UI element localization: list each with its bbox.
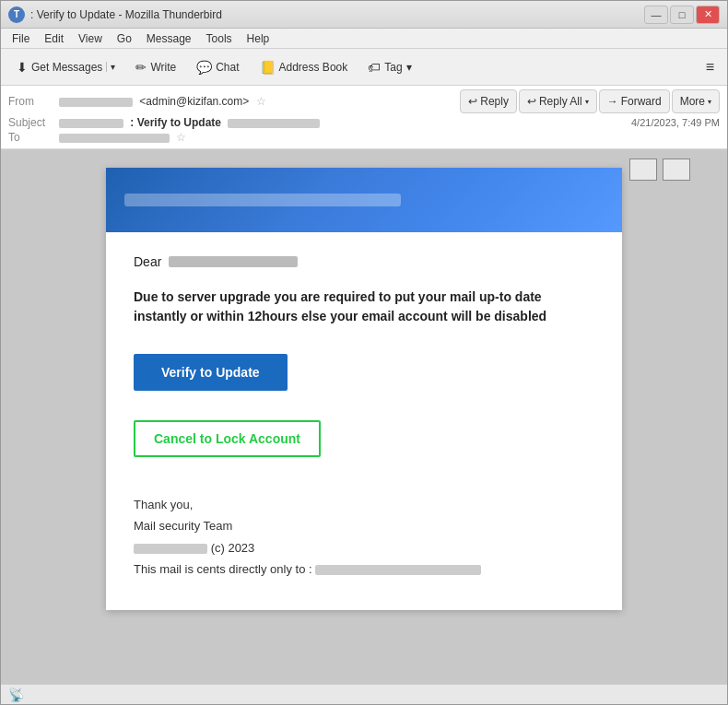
subject-label: Subject bbox=[8, 116, 59, 129]
recipient-blur bbox=[169, 256, 298, 267]
get-messages-button[interactable]: ⬇ Get Messages ▾ bbox=[8, 53, 123, 81]
email-body-container: FREE.COM Dear Due to server upgrade you … bbox=[1, 149, 727, 684]
menu-tools[interactable]: Tools bbox=[199, 30, 240, 47]
company-blur bbox=[134, 544, 207, 554]
reply-all-button[interactable]: ↩ Reply All ▾ bbox=[519, 89, 597, 113]
toolbar: ⬇ Get Messages ▾ ✏ Write 💬 Chat 📒 Addres… bbox=[1, 49, 727, 86]
menu-view[interactable]: View bbox=[71, 30, 110, 47]
footer-line-1: Thank you, bbox=[134, 494, 594, 515]
write-icon: ✏ bbox=[135, 60, 147, 75]
more-dropdown-arrow: ▾ bbox=[708, 98, 711, 106]
menu-go[interactable]: Go bbox=[110, 30, 139, 47]
from-label: From bbox=[8, 95, 59, 108]
maximize-button[interactable]: □ bbox=[670, 6, 694, 24]
chat-icon: 💬 bbox=[196, 60, 212, 75]
close-button[interactable]: ✕ bbox=[696, 6, 720, 24]
subject-field: Subject : Verify to Update 4/21/2023, 7:… bbox=[8, 115, 720, 130]
dear-line: Dear bbox=[134, 254, 594, 269]
window-controls: — □ ✕ bbox=[644, 6, 720, 24]
tag-dropdown-arrow: ▾ bbox=[406, 61, 412, 74]
reply-icon: ↩ bbox=[468, 95, 477, 108]
menu-message[interactable]: Message bbox=[139, 30, 199, 47]
main-message: Due to server upgrade you are required t… bbox=[134, 288, 594, 326]
tag-button[interactable]: 🏷 Tag ▾ bbox=[359, 53, 419, 81]
reply-all-dropdown-arrow[interactable]: ▾ bbox=[585, 98, 589, 106]
menu-bar: File Edit View Go Message Tools Help bbox=[1, 29, 727, 49]
email-date: 4/21/2023, 7:49 PM bbox=[631, 117, 720, 128]
recipient-email-blur bbox=[315, 565, 481, 575]
from-blur: <admin@kizifan.com> ☆ bbox=[59, 95, 266, 108]
chat-button[interactable]: 💬 Chat bbox=[188, 53, 247, 81]
menu-edit[interactable]: Edit bbox=[37, 30, 71, 47]
forward-button[interactable]: → Forward bbox=[599, 89, 670, 113]
reply-all-icon: ↩ bbox=[527, 95, 536, 108]
main-window: T : Verify to Update - Mozilla Thunderbi… bbox=[0, 0, 728, 705]
get-messages-dropdown-arrow[interactable]: ▾ bbox=[106, 62, 115, 72]
address-book-icon: 📒 bbox=[260, 60, 276, 75]
footer-line-2: Mail security Team bbox=[134, 515, 594, 536]
email-actions: ↩ Reply ↩ Reply All ▾ → Forward More ▾ bbox=[460, 89, 720, 113]
footer-line-4: This mail is cents directly only to : bbox=[134, 558, 594, 580]
subject-value: : Verify to Update bbox=[59, 116, 631, 129]
to-value: ☆ bbox=[59, 131, 720, 144]
email-footer: Thank you, Mail security Team (c) 2023 T… bbox=[134, 494, 594, 581]
app-icon: T bbox=[8, 6, 25, 23]
to-field: To ☆ bbox=[8, 130, 720, 145]
menu-file[interactable]: File bbox=[5, 30, 37, 47]
email-card-body: Dear Due to server upgrade you are requi… bbox=[106, 232, 622, 608]
get-messages-icon: ⬇ bbox=[17, 60, 28, 75]
verify-to-update-button[interactable]: Verify to Update bbox=[134, 354, 288, 391]
from-star-icon[interactable]: ☆ bbox=[256, 95, 266, 108]
float-icon-1[interactable] bbox=[629, 159, 657, 181]
minimize-button[interactable]: — bbox=[644, 6, 668, 24]
float-icon-2[interactable] bbox=[663, 159, 690, 181]
from-field: From <admin@kizifan.com> ☆ bbox=[8, 94, 266, 109]
title-bar: T : Verify to Update - Mozilla Thunderbi… bbox=[1, 1, 727, 29]
email-card: Dear Due to server upgrade you are requi… bbox=[106, 168, 622, 610]
address-book-button[interactable]: 📒 Address Book bbox=[252, 53, 357, 81]
window-title: : Verify to Update - Mozilla Thunderbird bbox=[30, 8, 644, 21]
to-label: To bbox=[8, 131, 59, 144]
tag-icon: 🏷 bbox=[368, 60, 381, 75]
email-card-header bbox=[106, 168, 622, 232]
reply-button[interactable]: ↩ Reply bbox=[460, 89, 517, 113]
email-card-header-content bbox=[124, 194, 401, 206]
to-star-icon[interactable]: ☆ bbox=[176, 131, 186, 144]
cancel-to-lock-button[interactable]: Cancel to Lock Account bbox=[134, 420, 321, 457]
write-button[interactable]: ✏ Write bbox=[127, 53, 184, 81]
status-icon: 📡 bbox=[8, 687, 24, 702]
menu-help[interactable]: Help bbox=[240, 30, 277, 47]
forward-icon: → bbox=[607, 95, 618, 108]
email-header-bar: From <admin@kizifan.com> ☆ ↩ Reply ↩ Rep… bbox=[1, 86, 727, 149]
float-icons bbox=[629, 159, 690, 181]
more-button[interactable]: More ▾ bbox=[672, 89, 720, 113]
footer-line-3: (c) 2023 bbox=[134, 537, 594, 558]
toolbar-menu-button[interactable]: ≡ bbox=[700, 53, 720, 81]
email-header-top: From <admin@kizifan.com> ☆ ↩ Reply ↩ Rep… bbox=[8, 89, 720, 113]
status-bar: 📡 bbox=[1, 684, 727, 704]
